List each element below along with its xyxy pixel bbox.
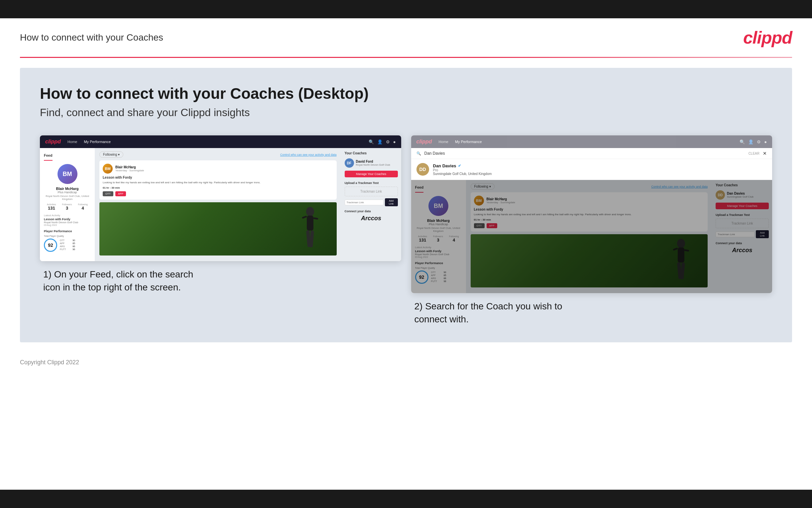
sim-activity-date: 03 Aug 2022 <box>44 224 91 226</box>
person-icon[interactable]: 👤 <box>377 139 383 144</box>
clippd-logo: clippd <box>743 28 792 48</box>
sim-bar-ott: OTT 90 <box>60 239 75 242</box>
sim-right-1: Your Coaches DF David Ford Royal North D… <box>341 148 401 261</box>
sim-activity-club: Royal North Devon Golf Club <box>44 221 91 224</box>
coach-name-2: Dan Davies <box>727 192 754 195</box>
sim-post-sub: Yesterday · Sunningdale <box>115 169 144 172</box>
sim-post-avatar: BM <box>103 164 113 174</box>
sim-score: 92 <box>44 239 57 252</box>
coach-club-2: Sunningdale Golf Club <box>727 195 754 198</box>
sim-activity-label: Latest Activity <box>44 214 91 217</box>
search-input[interactable] <box>424 151 745 156</box>
svg-rect-9 <box>684 249 689 252</box>
arccos-logo: Arccos <box>345 215 398 222</box>
sim-bar-app: APP 85 <box>60 242 75 245</box>
search-icon-bar: 🔍 <box>417 152 421 156</box>
sim-nav-home[interactable]: Home <box>67 140 77 144</box>
search-result-info: Dan Davies ✔ Pro Sunningdale Golf Club, … <box>433 163 492 176</box>
step-panels: clippd Home My Performance 🔍 👤 ⚙ ● Feed <box>40 135 772 326</box>
search-result-role: Pro <box>433 168 492 172</box>
screenshot-1: clippd Home My Performance 🔍 👤 ⚙ ● Feed <box>40 135 401 261</box>
sim-left-2: Feed BM Blair McHarg Plus Handicap Royal… <box>411 180 466 293</box>
header-divider <box>20 57 792 58</box>
sim-nav-2: clippd Home My Performance 🔍 👤 ⚙ ● <box>411 135 772 148</box>
manage-coaches-btn-2[interactable]: Manage Your Coaches <box>716 203 769 209</box>
app-button[interactable]: APP <box>115 191 126 196</box>
sim-nav-performance-2: My Performance <box>455 140 482 144</box>
avatar-icon[interactable]: ● <box>393 139 396 144</box>
sim-profile-club: Royal North Devon Golf Club, United King… <box>44 195 91 201</box>
sim-post-duration: 01 hr : 30 min <box>103 186 333 189</box>
step-1-panel: clippd Home My Performance 🔍 👤 ⚙ ● Feed <box>40 135 401 326</box>
sim-post-text: Looking to feel like my hands are exitin… <box>103 181 333 184</box>
sim-perf-label: Total Player Quality <box>44 235 91 237</box>
sim-stats: Activities 131 Followers 3 Following 4 <box>44 203 91 211</box>
svg-point-6 <box>677 239 685 248</box>
sim-logo-1: clippd <box>45 139 61 145</box>
add-link-btn[interactable]: Add Link <box>385 198 398 206</box>
coaches-title-1: Your Coaches <box>345 152 398 155</box>
svg-rect-2 <box>302 216 307 219</box>
coaches-title-2: Your Coaches <box>716 183 769 187</box>
top-bar <box>0 0 812 18</box>
sim-profile-hcp: Plus Handicap <box>44 190 91 194</box>
search-icon-2: 🔍 <box>739 139 745 144</box>
search-result-club: Sunningdale Golf Club, United Kingdom <box>433 172 492 176</box>
main-title: How to connect with your Coaches (Deskto… <box>40 85 772 102</box>
sim-activity-name: Lesson with Fordy <box>44 218 91 221</box>
sim-nav-1: clippd Home My Performance 🔍 👤 ⚙ ● <box>40 135 401 148</box>
control-link[interactable]: Control who can see your activity and da… <box>280 153 337 156</box>
sim-stat-activities: Activities 131 <box>47 203 56 211</box>
verified-icon: ✔ <box>458 164 461 168</box>
sim-post-buttons: OTT APP <box>103 191 333 196</box>
settings-icon[interactable]: ⚙ <box>386 139 390 144</box>
svg-rect-8 <box>673 248 678 251</box>
coach-info-1: David Ford Royal North Devon Golf Club <box>356 160 390 166</box>
sim-following-row: Following ▾ Control who can see your act… <box>99 152 337 158</box>
sim-post-image <box>99 202 337 255</box>
coach-item-2: DD Dan Davies Sunningdale Golf Club <box>716 190 769 200</box>
settings-icon-2: ⚙ <box>757 139 761 144</box>
trackman-input[interactable] <box>345 200 384 205</box>
sim-feed-1: Feed BM Blair McHarg Plus Handicap Royal… <box>40 148 401 261</box>
sim-post-title: Lesson with Fordy <box>103 176 333 179</box>
following-button[interactable]: Following ▾ <box>99 152 123 158</box>
sim-post-header: BM Blair McHarg Yesterday · Sunningdale <box>103 164 333 174</box>
search-clear[interactable]: CLEAR <box>749 152 760 155</box>
manage-coaches-btn[interactable]: Manage Your Coaches <box>345 171 398 177</box>
sim-center-2: Following ▾ Control who can see your act… <box>466 180 713 293</box>
sim-post-card: BM Blair McHarg Yesterday · Sunningdale … <box>99 160 337 200</box>
trackman-input-row: Add Link <box>345 198 398 206</box>
search-bar: 🔍 CLEAR ✕ <box>411 148 772 159</box>
connect-title: Connect your data <box>345 210 398 213</box>
svg-rect-1 <box>307 216 314 230</box>
svg-rect-11 <box>680 262 685 280</box>
copyright: Copyright Clippd 2022 <box>0 352 812 373</box>
sim-post-image-2 <box>471 234 708 288</box>
avatar-icon-2: ● <box>764 139 767 144</box>
ott-button[interactable]: OTT <box>103 191 113 196</box>
sim-profile-club-2: Royal North Devon Golf Club, United King… <box>415 226 462 232</box>
sim-right-2: Your Coaches DD Dan Davies Sunningdale G… <box>712 180 772 293</box>
sim-profile-name: Blair McHarg <box>44 186 91 190</box>
sim-profile-name-2: Blair McHarg <box>415 219 462 222</box>
sim-performance: Player Performance Total Player Quality … <box>44 229 91 252</box>
sim-nav-performance[interactable]: My Performance <box>84 140 111 144</box>
coach-info-2: Dan Davies Sunningdale Golf Club <box>727 192 754 198</box>
sim-logo-2: clippd <box>417 139 432 145</box>
search-icon[interactable]: 🔍 <box>369 139 374 144</box>
search-result-item[interactable]: DD Dan Davies ✔ Pro Sunningdale Golf Clu… <box>411 159 772 180</box>
sim-left-1: Feed BM Blair McHarg Plus Handicap Royal… <box>40 148 95 261</box>
sim-stat-following: Following 4 <box>78 203 88 211</box>
sim-stats-2: Activities 131 Followers 3 Following 4 <box>415 235 462 243</box>
sim-feed-tab[interactable]: Feed <box>44 153 52 161</box>
coach-avatar-1: DF <box>345 158 354 168</box>
screenshot-2: clippd Home My Performance 🔍 👤 ⚙ ● 🔍 CLE… <box>411 135 772 293</box>
coach-avatar-2: DD <box>716 190 725 200</box>
svg-rect-5 <box>309 230 314 248</box>
sim-post-name: Blair McHarg <box>115 165 144 169</box>
sim-nav-icons-1: 🔍 👤 ⚙ ● <box>369 139 396 144</box>
sim-bars: OTT 90 APP 85 <box>60 239 75 251</box>
search-close-btn[interactable]: ✕ <box>763 151 767 156</box>
person-icon-2: 👤 <box>748 139 754 144</box>
